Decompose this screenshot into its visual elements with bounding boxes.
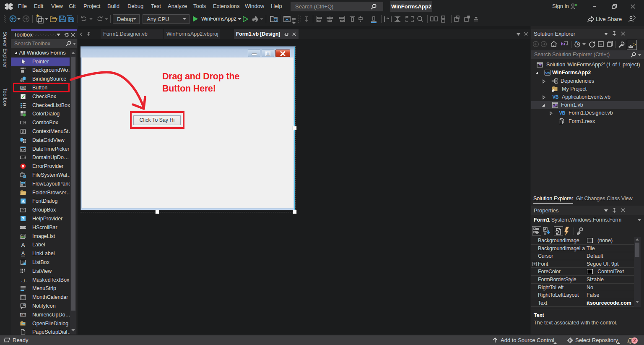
svg-text:A: A	[21, 242, 25, 248]
svg-text:A: A	[21, 251, 25, 256]
svg-text:18: 18	[21, 314, 23, 316]
svg-text:VB: VB	[553, 94, 559, 99]
svg-text:VB: VB	[545, 71, 550, 75]
svg-text:VB: VB	[559, 110, 566, 115]
svg-text:?: ?	[22, 216, 24, 221]
svg-text:(.).: (.).	[20, 278, 26, 282]
svg-text:xy: xy	[22, 207, 24, 210]
svg-text:A: A	[21, 199, 25, 204]
